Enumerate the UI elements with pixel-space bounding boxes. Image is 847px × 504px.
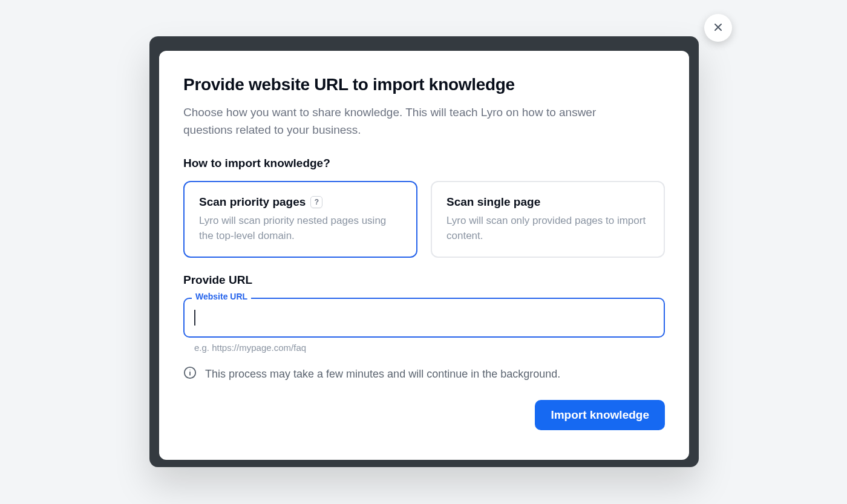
how-to-import-label: How to import knowledge? bbox=[183, 157, 665, 170]
modal-title: Provide website URL to import knowledge bbox=[183, 75, 665, 94]
svg-point-2 bbox=[189, 370, 190, 370]
option-scan-priority-pages[interactable]: Scan priority pages ? Lyro will scan pri… bbox=[183, 181, 417, 258]
website-url-input[interactable] bbox=[183, 298, 665, 338]
provide-url-label: Provide URL bbox=[183, 273, 665, 287]
modal-subtitle: Choose how you want to share knowledge. … bbox=[183, 104, 625, 139]
close-icon bbox=[712, 21, 724, 35]
option-description: Lyro will scan only provided pages to im… bbox=[446, 214, 649, 243]
option-description: Lyro will scan priority nested pages usi… bbox=[199, 214, 402, 243]
url-field-wrapper: Website URL bbox=[183, 298, 665, 338]
close-button[interactable] bbox=[704, 14, 732, 42]
import-knowledge-modal: Provide website URL to import knowledge … bbox=[159, 51, 689, 460]
option-title: Scan single page bbox=[446, 195, 540, 209]
import-knowledge-button[interactable]: Import knowledge bbox=[535, 400, 665, 430]
help-icon[interactable]: ? bbox=[310, 196, 322, 208]
option-title: Scan priority pages bbox=[199, 195, 306, 209]
info-row: This process may take a few minutes and … bbox=[183, 366, 665, 382]
modal-backdrop: Provide website URL to import knowledge … bbox=[149, 36, 699, 467]
url-field-legend: Website URL bbox=[192, 292, 251, 301]
url-hint: e.g. https://mypage.com/faq bbox=[194, 342, 665, 353]
info-text: This process may take a few minutes and … bbox=[205, 368, 560, 381]
info-icon bbox=[183, 366, 197, 382]
option-scan-single-page[interactable]: Scan single page Lyro will scan only pro… bbox=[431, 181, 665, 258]
import-method-options: Scan priority pages ? Lyro will scan pri… bbox=[183, 181, 665, 258]
